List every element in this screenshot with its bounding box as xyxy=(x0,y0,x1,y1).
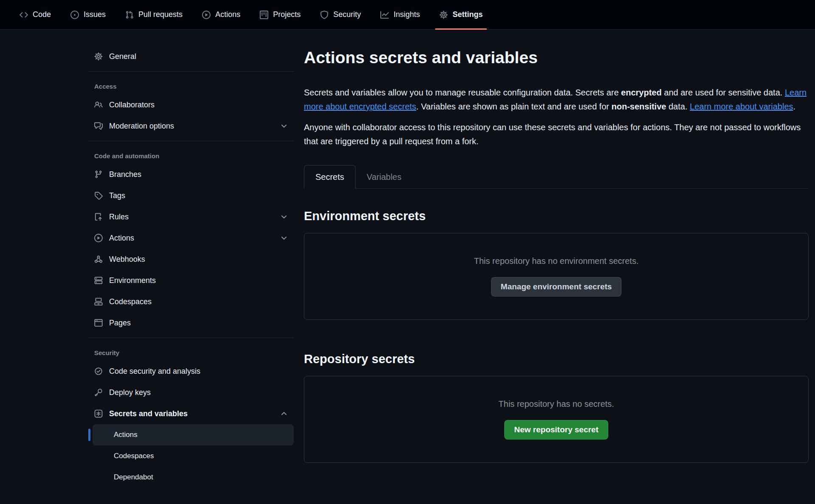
chevron-up-icon xyxy=(280,410,288,417)
intro-text: . Variables are shown as plain text and … xyxy=(416,102,612,111)
table-icon xyxy=(260,11,268,19)
nav-tab-settings[interactable]: Settings xyxy=(433,0,489,29)
sidebar-item-label: Environments xyxy=(109,276,156,285)
sidebar-item-label: Secrets and variables xyxy=(109,409,188,418)
page-title: Actions secrets and variables xyxy=(304,48,809,68)
sidebar-item-label: Branches xyxy=(109,170,141,179)
intro-text: Secrets and variables allow you to manag… xyxy=(304,88,621,97)
nav-tab-label: Pull requests xyxy=(138,10,183,19)
sidebar-subitem-label: Actions xyxy=(114,431,138,439)
intro-bold-encrypted: encrypted xyxy=(621,88,662,97)
people-icon xyxy=(94,101,103,109)
intro-text: data. xyxy=(666,102,690,111)
sidebar-subitem-dependabot[interactable]: Dependabot xyxy=(93,467,294,488)
codespaces-icon xyxy=(94,297,103,306)
sidebar-divider xyxy=(88,71,294,72)
sidebar-item-label: Codespaces xyxy=(109,297,152,306)
sidebar-item-rules[interactable]: Rules xyxy=(88,206,294,227)
key-icon xyxy=(94,388,103,397)
nav-tab-projects[interactable]: Projects xyxy=(253,0,307,29)
manage-environment-secrets-button[interactable]: Manage environment secrets xyxy=(491,277,622,297)
environment-secrets-empty-box: This repository has no environment secre… xyxy=(304,233,809,320)
repository-secrets-empty-text: This repository has no secrets. xyxy=(498,399,614,409)
intro-bold-non-sensitive: non-sensitive xyxy=(612,102,666,111)
webhook-icon xyxy=(94,255,103,263)
main-content: Actions secrets and variables Secrets an… xyxy=(304,30,809,463)
sidebar-divider xyxy=(88,141,294,141)
learn-more-variables-link[interactable]: Learn more about variables xyxy=(690,102,793,111)
nav-tab-label: Actions xyxy=(215,10,240,19)
shield-icon xyxy=(320,11,329,19)
new-repository-secret-button[interactable]: New repository secret xyxy=(504,420,608,440)
sidebar-item-code-security-and-analysis[interactable]: Code security and analysis xyxy=(88,361,294,382)
sidebar-divider xyxy=(88,338,294,338)
rules-icon xyxy=(94,213,103,221)
git-branch-icon xyxy=(94,170,103,179)
tag-icon xyxy=(94,191,103,200)
sidebar-item-secrets-and-variables[interactable]: Secrets and variables xyxy=(88,403,294,424)
sidebar-section-security: Security xyxy=(88,342,294,361)
sidebar-item-actions[interactable]: Actions xyxy=(88,227,294,249)
environments-icon xyxy=(94,276,103,285)
nav-tab-label: Settings xyxy=(452,10,483,19)
nav-tab-label: Projects xyxy=(273,10,301,19)
sidebar-item-label: Tags xyxy=(109,191,125,200)
collaborator-note-paragraph: Anyone with collaborator access to this … xyxy=(304,120,809,148)
sidebar-item-codespaces[interactable]: Codespaces xyxy=(88,291,294,312)
nav-tab-actions[interactable]: Actions xyxy=(195,0,247,29)
sidebar-item-pages[interactable]: Pages xyxy=(88,312,294,333)
intro-text: . xyxy=(793,102,796,111)
sidebar-item-label: Deploy keys xyxy=(109,388,151,397)
chevron-down-icon xyxy=(280,234,288,242)
sidebar-item-deploy-keys[interactable]: Deploy keys xyxy=(88,382,294,403)
environment-secrets-empty-text: This repository has no environment secre… xyxy=(474,256,639,266)
sidebar-item-label: Rules xyxy=(109,213,129,221)
sidebar-item-moderation-options[interactable]: Moderation options xyxy=(88,115,294,137)
repo-tab-bar: Code Issues Pull requests Actions Projec… xyxy=(0,0,815,30)
sidebar-subitem-label: Dependabot xyxy=(114,473,153,482)
settings-page: General Access Collaborators Moderation … xyxy=(0,30,815,488)
code-icon xyxy=(20,11,28,19)
sidebar-item-environments[interactable]: Environments xyxy=(88,270,294,291)
sidebar-section-access: Access xyxy=(88,76,294,94)
sidebar-item-general[interactable]: General xyxy=(88,46,294,67)
sidebar-item-branches[interactable]: Branches xyxy=(88,164,294,185)
codescan-icon xyxy=(94,367,103,375)
nav-tab-label: Issues xyxy=(84,10,106,19)
issue-opened-icon xyxy=(70,11,79,19)
sidebar-subitem-codespaces[interactable]: Codespaces xyxy=(93,445,294,467)
nav-tab-code[interactable]: Code xyxy=(13,0,58,29)
sidebar-item-label: General xyxy=(109,52,136,61)
sidebar-item-tags[interactable]: Tags xyxy=(88,185,294,206)
browser-icon xyxy=(94,319,103,327)
sidebar-item-label: Collaborators xyxy=(109,101,155,109)
comment-discussion-icon xyxy=(94,122,103,130)
graph-icon xyxy=(380,11,389,19)
sidebar-section-code-and-automation: Code and automation xyxy=(88,146,294,164)
intro-text: and are used for sensitive data. xyxy=(662,88,785,97)
environment-secrets-heading: Environment secrets xyxy=(304,208,809,224)
settings-sidebar: General Access Collaborators Moderation … xyxy=(88,30,294,488)
nav-tab-label: Code xyxy=(33,10,51,19)
secret-icon xyxy=(94,409,103,418)
intro-paragraph: Secrets and variables allow you to manag… xyxy=(304,86,809,114)
nav-tab-insights[interactable]: Insights xyxy=(374,0,427,29)
chevron-down-icon xyxy=(280,213,288,221)
sidebar-item-label: Webhooks xyxy=(109,255,145,264)
sidebar-item-collaborators[interactable]: Collaborators xyxy=(88,94,294,115)
sidebar-item-label: Actions xyxy=(109,234,134,243)
sidebar-subitem-actions[interactable]: Actions xyxy=(93,424,294,445)
nav-tab-security[interactable]: Security xyxy=(313,0,368,29)
chevron-down-icon xyxy=(280,122,288,130)
sidebar-item-label: Moderation options xyxy=(109,122,174,131)
tab-secrets[interactable]: Secrets xyxy=(304,165,356,189)
nav-tab-label: Insights xyxy=(393,10,420,19)
tab-variables[interactable]: Variables xyxy=(356,165,413,189)
repository-secrets-heading: Repository secrets xyxy=(304,351,809,367)
nav-tab-issues[interactable]: Issues xyxy=(64,0,112,29)
git-pull-request-icon xyxy=(125,11,134,19)
nav-tab-pull-requests[interactable]: Pull requests xyxy=(118,0,189,29)
gear-icon xyxy=(94,52,103,61)
sidebar-subitem-label: Codespaces xyxy=(114,452,154,460)
sidebar-item-webhooks[interactable]: Webhooks xyxy=(88,249,294,270)
